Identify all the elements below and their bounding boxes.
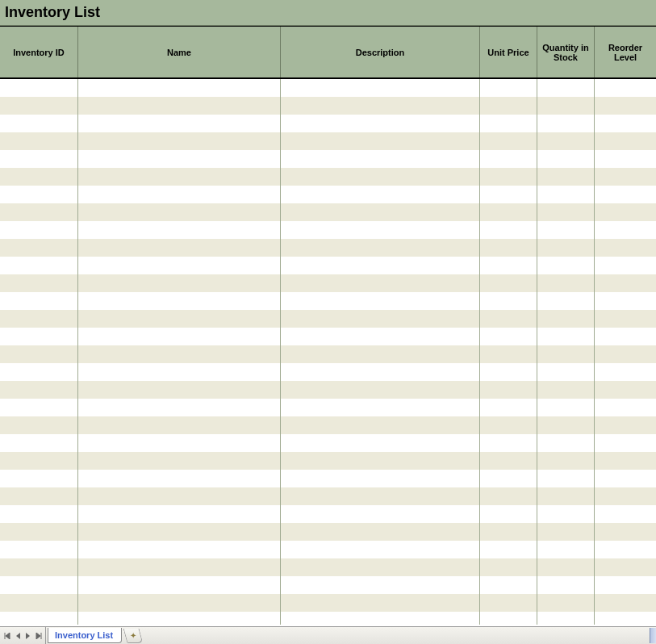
table-cell[interactable] xyxy=(595,541,656,558)
table-cell[interactable] xyxy=(480,345,537,363)
table-cell[interactable] xyxy=(480,363,537,381)
table-cell[interactable] xyxy=(281,487,480,505)
table-cell[interactable] xyxy=(0,487,78,505)
table-cell[interactable] xyxy=(595,381,656,399)
table-cell[interactable] xyxy=(480,594,537,612)
table-cell[interactable] xyxy=(0,257,78,274)
table-cell[interactable] xyxy=(0,434,78,452)
table-cell[interactable] xyxy=(537,345,595,363)
table-cell[interactable] xyxy=(480,97,537,115)
table-cell[interactable] xyxy=(595,558,656,576)
table-cell[interactable] xyxy=(281,470,480,487)
table-cell[interactable] xyxy=(0,505,78,523)
table-cell[interactable] xyxy=(0,239,78,257)
hscroll-indicator[interactable] xyxy=(650,628,656,643)
table-cell[interactable] xyxy=(595,292,656,310)
table-cell[interactable] xyxy=(78,310,281,328)
table-cell[interactable] xyxy=(0,381,78,399)
table-cell[interactable] xyxy=(595,150,656,168)
table-cell[interactable] xyxy=(537,470,595,487)
table-cell[interactable] xyxy=(0,541,78,558)
table-cell[interactable] xyxy=(0,594,78,612)
table-cell[interactable] xyxy=(0,470,78,487)
table-cell[interactable] xyxy=(281,186,480,203)
table-cell[interactable] xyxy=(595,186,656,203)
table-cell[interactable] xyxy=(78,558,281,576)
table-cell[interactable] xyxy=(480,274,537,292)
table-cell[interactable] xyxy=(537,150,595,168)
table-cell[interactable] xyxy=(480,310,537,328)
table-cell[interactable] xyxy=(78,470,281,487)
table-cell[interactable] xyxy=(281,239,480,257)
table-cell[interactable] xyxy=(281,274,480,292)
table-cell[interactable] xyxy=(281,221,480,239)
table-cell[interactable] xyxy=(78,452,281,470)
table-cell[interactable] xyxy=(595,132,656,150)
table-cell[interactable] xyxy=(537,434,595,452)
table-cell[interactable] xyxy=(537,239,595,257)
table-cell[interactable] xyxy=(480,79,537,97)
table-cell[interactable] xyxy=(281,452,480,470)
table-cell[interactable] xyxy=(0,452,78,470)
table-cell[interactable] xyxy=(537,274,595,292)
table-cell[interactable] xyxy=(78,505,281,523)
table-cell[interactable] xyxy=(281,79,480,97)
table-cell[interactable] xyxy=(537,452,595,470)
table-cell[interactable] xyxy=(281,115,480,132)
table-cell[interactable] xyxy=(595,310,656,328)
table-cell[interactable] xyxy=(480,576,537,594)
table-cell[interactable] xyxy=(0,345,78,363)
table-cell[interactable] xyxy=(281,399,480,416)
table-cell[interactable] xyxy=(480,257,537,274)
table-cell[interactable] xyxy=(281,434,480,452)
table-cell[interactable] xyxy=(0,399,78,416)
first-sheet-button[interactable] xyxy=(2,629,11,642)
table-cell[interactable] xyxy=(281,310,480,328)
table-cell[interactable] xyxy=(595,328,656,345)
table-cell[interactable] xyxy=(78,487,281,505)
table-cell[interactable] xyxy=(281,203,480,221)
table-cell[interactable] xyxy=(0,115,78,132)
table-cell[interactable] xyxy=(281,257,480,274)
table-cell[interactable] xyxy=(480,186,537,203)
table-cell[interactable] xyxy=(595,612,656,625)
header-name[interactable]: Name xyxy=(78,27,281,77)
header-reorder-level[interactable]: Reorder Level xyxy=(595,27,656,77)
table-cell[interactable] xyxy=(595,274,656,292)
table-cell[interactable] xyxy=(0,523,78,541)
table-cell[interactable] xyxy=(537,328,595,345)
table-cell[interactable] xyxy=(480,612,537,625)
table-cell[interactable] xyxy=(480,470,537,487)
table-cell[interactable] xyxy=(281,328,480,345)
table-cell[interactable] xyxy=(78,221,281,239)
table-cell[interactable] xyxy=(537,612,595,625)
table-cell[interactable] xyxy=(480,292,537,310)
table-cell[interactable] xyxy=(480,328,537,345)
table-cell[interactable] xyxy=(537,115,595,132)
table-cell[interactable] xyxy=(595,505,656,523)
table-cell[interactable] xyxy=(0,168,78,186)
table-cell[interactable] xyxy=(78,203,281,221)
table-cell[interactable] xyxy=(0,363,78,381)
table-cell[interactable] xyxy=(595,470,656,487)
table-cell[interactable] xyxy=(281,97,480,115)
table-cell[interactable] xyxy=(281,612,480,625)
table-cell[interactable] xyxy=(78,576,281,594)
table-cell[interactable] xyxy=(78,541,281,558)
header-description[interactable]: Description xyxy=(281,27,480,77)
table-cell[interactable] xyxy=(480,434,537,452)
table-cell[interactable] xyxy=(537,168,595,186)
table-cell[interactable] xyxy=(0,416,78,434)
table-cell[interactable] xyxy=(78,399,281,416)
table-cell[interactable] xyxy=(281,150,480,168)
header-quantity-in-stock[interactable]: Quantity in Stock xyxy=(537,27,595,77)
table-cell[interactable] xyxy=(595,487,656,505)
table-cell[interactable] xyxy=(78,345,281,363)
table-cell[interactable] xyxy=(0,558,78,576)
table-cell[interactable] xyxy=(78,292,281,310)
table-cell[interactable] xyxy=(595,434,656,452)
table-cell[interactable] xyxy=(480,452,537,470)
table-cell[interactable] xyxy=(480,239,537,257)
table-cell[interactable] xyxy=(595,239,656,257)
table-cell[interactable] xyxy=(281,363,480,381)
